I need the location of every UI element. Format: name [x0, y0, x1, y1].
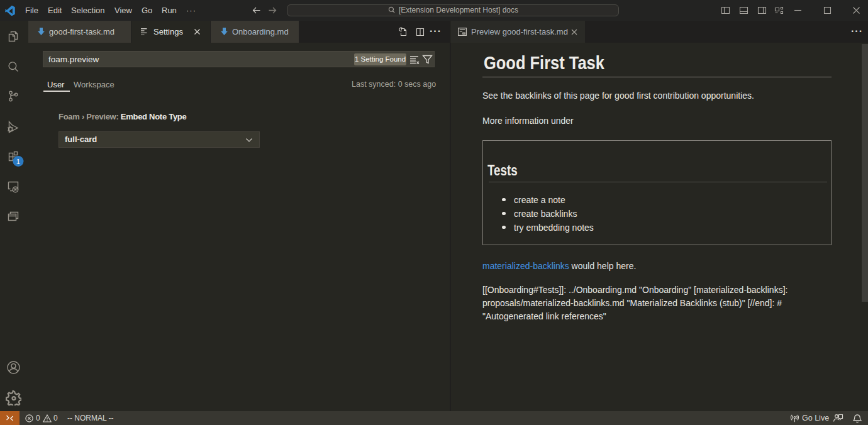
- svg-text:1: 1: [16, 158, 20, 165]
